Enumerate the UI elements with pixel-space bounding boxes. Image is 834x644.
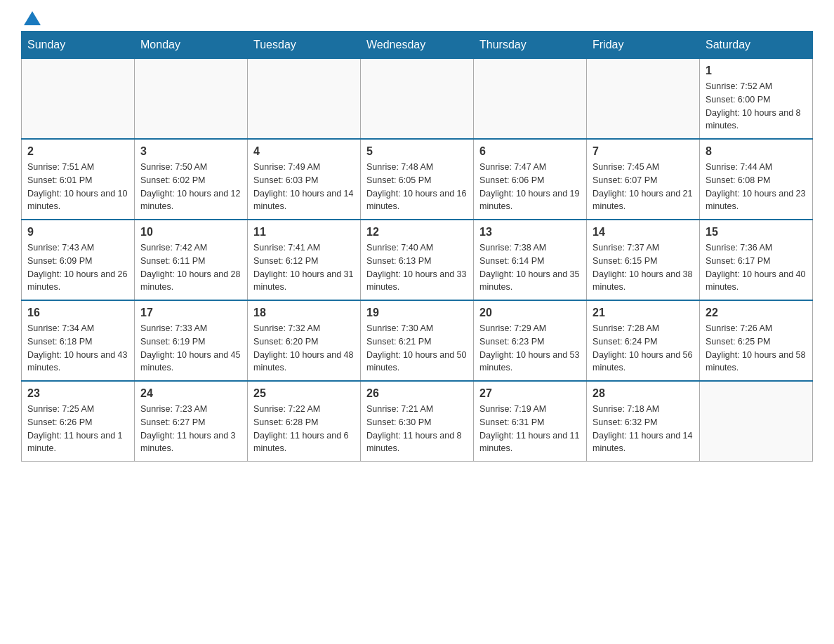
calendar-cell: 25Sunrise: 7:22 AMSunset: 6:28 PMDayligh… bbox=[248, 381, 361, 462]
calendar-cell: 19Sunrise: 7:30 AMSunset: 6:21 PMDayligh… bbox=[361, 300, 474, 381]
calendar-cell: 24Sunrise: 7:23 AMSunset: 6:27 PMDayligh… bbox=[135, 381, 248, 462]
day-number: 7 bbox=[593, 145, 694, 158]
calendar-cell: 18Sunrise: 7:32 AMSunset: 6:20 PMDayligh… bbox=[248, 300, 361, 381]
day-number: 9 bbox=[27, 226, 128, 239]
calendar-cell: 13Sunrise: 7:38 AMSunset: 6:14 PMDayligh… bbox=[474, 220, 587, 300]
day-info: Sunrise: 7:47 AMSunset: 6:06 PMDaylight:… bbox=[479, 161, 581, 213]
calendar-cell: 3Sunrise: 7:50 AMSunset: 6:02 PMDaylight… bbox=[135, 139, 248, 220]
calendar-week-row: 16Sunrise: 7:34 AMSunset: 6:18 PMDayligh… bbox=[22, 300, 813, 381]
day-info: Sunrise: 7:41 AMSunset: 6:12 PMDaylight:… bbox=[253, 241, 355, 294]
day-info: Sunrise: 7:29 AMSunset: 6:23 PMDaylight:… bbox=[479, 322, 581, 375]
weekday-header-row: SundayMondayTuesdayWednesdayThursdayFrid… bbox=[22, 32, 813, 59]
day-number: 8 bbox=[706, 145, 807, 158]
day-number: 13 bbox=[479, 226, 581, 239]
day-info: Sunrise: 7:36 AMSunset: 6:17 PMDaylight:… bbox=[706, 241, 807, 294]
day-info: Sunrise: 7:40 AMSunset: 6:13 PMDaylight:… bbox=[366, 241, 468, 294]
day-info: Sunrise: 7:22 AMSunset: 6:28 PMDaylight:… bbox=[253, 403, 355, 455]
day-info: Sunrise: 7:37 AMSunset: 6:15 PMDaylight:… bbox=[593, 241, 694, 294]
day-info: Sunrise: 7:18 AMSunset: 6:32 PMDaylight:… bbox=[593, 403, 694, 455]
day-number: 1 bbox=[706, 65, 807, 77]
calendar-cell bbox=[587, 59, 700, 140]
calendar-cell: 23Sunrise: 7:25 AMSunset: 6:26 PMDayligh… bbox=[22, 381, 135, 462]
day-info: Sunrise: 7:38 AMSunset: 6:14 PMDaylight:… bbox=[479, 241, 581, 294]
day-info: Sunrise: 7:34 AMSunset: 6:18 PMDaylight:… bbox=[27, 322, 128, 375]
day-number: 14 bbox=[593, 226, 694, 239]
calendar-cell: 5Sunrise: 7:48 AMSunset: 6:05 PMDaylight… bbox=[361, 139, 474, 220]
day-info: Sunrise: 7:28 AMSunset: 6:24 PMDaylight:… bbox=[593, 322, 694, 375]
day-number: 18 bbox=[253, 307, 355, 319]
day-info: Sunrise: 7:19 AMSunset: 6:31 PMDaylight:… bbox=[479, 403, 581, 455]
day-info: Sunrise: 7:33 AMSunset: 6:19 PMDaylight:… bbox=[140, 322, 241, 375]
calendar-cell bbox=[135, 59, 248, 140]
day-number: 20 bbox=[479, 307, 581, 319]
calendar-cell: 4Sunrise: 7:49 AMSunset: 6:03 PMDaylight… bbox=[248, 139, 361, 220]
day-info: Sunrise: 7:52 AMSunset: 6:00 PMDaylight:… bbox=[706, 80, 807, 133]
day-info: Sunrise: 7:42 AMSunset: 6:11 PMDaylight:… bbox=[140, 241, 241, 294]
day-number: 4 bbox=[253, 145, 355, 158]
day-info: Sunrise: 7:43 AMSunset: 6:09 PMDaylight:… bbox=[27, 241, 128, 294]
calendar-week-row: 9Sunrise: 7:43 AMSunset: 6:09 PMDaylight… bbox=[22, 220, 813, 300]
day-info: Sunrise: 7:26 AMSunset: 6:25 PMDaylight:… bbox=[706, 322, 807, 375]
weekday-header-monday: Monday bbox=[135, 32, 248, 59]
calendar-cell bbox=[248, 59, 361, 140]
calendar-cell: 6Sunrise: 7:47 AMSunset: 6:06 PMDaylight… bbox=[474, 139, 587, 220]
weekday-header-sunday: Sunday bbox=[22, 32, 135, 59]
calendar-cell: 16Sunrise: 7:34 AMSunset: 6:18 PMDayligh… bbox=[22, 300, 135, 381]
calendar-cell: 14Sunrise: 7:37 AMSunset: 6:15 PMDayligh… bbox=[587, 220, 700, 300]
day-number: 24 bbox=[140, 387, 241, 400]
calendar-cell: 12Sunrise: 7:40 AMSunset: 6:13 PMDayligh… bbox=[361, 220, 474, 300]
day-number: 22 bbox=[706, 307, 807, 319]
day-number: 28 bbox=[593, 387, 694, 400]
calendar-cell bbox=[22, 59, 135, 140]
calendar-cell: 1Sunrise: 7:52 AMSunset: 6:00 PMDaylight… bbox=[700, 59, 813, 140]
day-info: Sunrise: 7:48 AMSunset: 6:05 PMDaylight:… bbox=[366, 161, 468, 213]
day-number: 15 bbox=[706, 226, 807, 239]
day-number: 3 bbox=[140, 145, 241, 158]
calendar-week-row: 2Sunrise: 7:51 AMSunset: 6:01 PMDaylight… bbox=[22, 139, 813, 220]
day-number: 2 bbox=[27, 145, 128, 158]
day-info: Sunrise: 7:21 AMSunset: 6:30 PMDaylight:… bbox=[366, 403, 468, 455]
day-info: Sunrise: 7:51 AMSunset: 6:01 PMDaylight:… bbox=[27, 161, 128, 213]
calendar-cell bbox=[361, 59, 474, 140]
day-number: 6 bbox=[479, 145, 581, 158]
weekday-header-saturday: Saturday bbox=[700, 32, 813, 59]
calendar-table: SundayMondayTuesdayWednesdayThursdayFrid… bbox=[21, 31, 813, 462]
logo bbox=[21, 14, 41, 24]
weekday-header-thursday: Thursday bbox=[474, 32, 587, 59]
day-number: 10 bbox=[140, 226, 241, 239]
day-number: 25 bbox=[253, 387, 355, 400]
day-info: Sunrise: 7:25 AMSunset: 6:26 PMDaylight:… bbox=[27, 403, 128, 455]
calendar-cell bbox=[700, 381, 813, 462]
day-number: 16 bbox=[27, 307, 128, 319]
day-number: 17 bbox=[140, 307, 241, 319]
day-info: Sunrise: 7:32 AMSunset: 6:20 PMDaylight:… bbox=[253, 322, 355, 375]
calendar-cell: 10Sunrise: 7:42 AMSunset: 6:11 PMDayligh… bbox=[135, 220, 248, 300]
calendar-cell: 15Sunrise: 7:36 AMSunset: 6:17 PMDayligh… bbox=[700, 220, 813, 300]
calendar-cell bbox=[474, 59, 587, 140]
calendar-cell: 7Sunrise: 7:45 AMSunset: 6:07 PMDaylight… bbox=[587, 139, 700, 220]
day-number: 26 bbox=[366, 387, 468, 400]
day-info: Sunrise: 7:45 AMSunset: 6:07 PMDaylight:… bbox=[593, 161, 694, 213]
calendar-cell: 9Sunrise: 7:43 AMSunset: 6:09 PMDaylight… bbox=[22, 220, 135, 300]
calendar-cell: 2Sunrise: 7:51 AMSunset: 6:01 PMDaylight… bbox=[22, 139, 135, 220]
calendar-cell: 20Sunrise: 7:29 AMSunset: 6:23 PMDayligh… bbox=[474, 300, 587, 381]
calendar-cell: 26Sunrise: 7:21 AMSunset: 6:30 PMDayligh… bbox=[361, 381, 474, 462]
day-number: 23 bbox=[27, 387, 128, 400]
calendar-cell: 8Sunrise: 7:44 AMSunset: 6:08 PMDaylight… bbox=[700, 139, 813, 220]
day-number: 19 bbox=[366, 307, 468, 319]
calendar-week-row: 1Sunrise: 7:52 AMSunset: 6:00 PMDaylight… bbox=[22, 59, 813, 140]
weekday-header-wednesday: Wednesday bbox=[361, 32, 474, 59]
day-info: Sunrise: 7:50 AMSunset: 6:02 PMDaylight:… bbox=[140, 161, 241, 213]
weekday-header-friday: Friday bbox=[587, 32, 700, 59]
calendar-cell: 22Sunrise: 7:26 AMSunset: 6:25 PMDayligh… bbox=[700, 300, 813, 381]
weekday-header-tuesday: Tuesday bbox=[248, 32, 361, 59]
calendar-cell: 17Sunrise: 7:33 AMSunset: 6:19 PMDayligh… bbox=[135, 300, 248, 381]
day-number: 5 bbox=[366, 145, 468, 158]
calendar-cell: 27Sunrise: 7:19 AMSunset: 6:31 PMDayligh… bbox=[474, 381, 587, 462]
calendar-cell: 28Sunrise: 7:18 AMSunset: 6:32 PMDayligh… bbox=[587, 381, 700, 462]
day-number: 27 bbox=[479, 387, 581, 400]
logo-triangle-icon bbox=[24, 11, 41, 25]
calendar-week-row: 23Sunrise: 7:25 AMSunset: 6:26 PMDayligh… bbox=[22, 381, 813, 462]
day-info: Sunrise: 7:23 AMSunset: 6:27 PMDaylight:… bbox=[140, 403, 241, 455]
day-info: Sunrise: 7:49 AMSunset: 6:03 PMDaylight:… bbox=[253, 161, 355, 213]
